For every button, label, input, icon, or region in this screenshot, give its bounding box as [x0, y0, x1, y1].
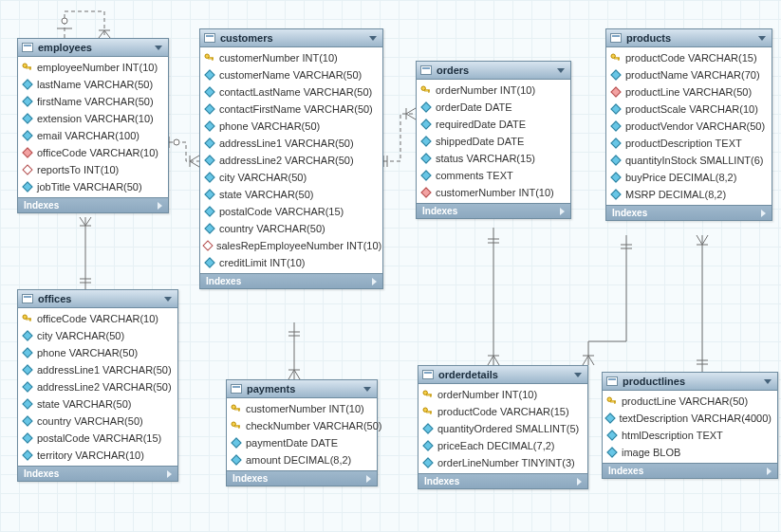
expand-icon[interactable]: [767, 468, 772, 475]
column-row[interactable]: phone VARCHAR(50): [18, 344, 177, 361]
table-header[interactable]: customers: [200, 29, 382, 47]
indexes-footer[interactable]: Indexes: [603, 463, 777, 478]
column-row[interactable]: country VARCHAR(50): [200, 220, 382, 237]
column-row[interactable]: image BLOB: [603, 444, 777, 461]
column-row[interactable]: amount DECIMAL(8,2): [227, 451, 377, 468]
column-row[interactable]: country VARCHAR(50): [18, 413, 177, 430]
table-header[interactable]: payments: [227, 380, 377, 398]
column-row[interactable]: employeeNumber INT(10): [18, 59, 168, 76]
column-row[interactable]: firstName VARCHAR(50): [18, 93, 168, 110]
column-row[interactable]: postalCode VARCHAR(15): [18, 430, 177, 447]
collapse-icon[interactable]: [557, 68, 565, 73]
collapse-icon[interactable]: [363, 387, 371, 392]
column-row[interactable]: orderNumber INT(10): [418, 386, 587, 403]
column-row[interactable]: state VARCHAR(50): [200, 186, 382, 203]
collapse-icon[interactable]: [574, 373, 582, 377]
column-row[interactable]: priceEach DECIMAL(7,2): [418, 437, 587, 454]
column-row[interactable]: extension VARCHAR(10): [18, 110, 168, 127]
column-row[interactable]: paymentDate DATE: [227, 434, 377, 451]
table-header[interactable]: orders: [417, 62, 570, 80]
column-label: lastName VARCHAR(50): [37, 78, 153, 91]
column-row[interactable]: salesRepEmployeeNumber INT(10): [200, 237, 382, 254]
collapse-icon[interactable]: [369, 36, 377, 41]
expand-icon[interactable]: [560, 208, 565, 215]
table-header[interactable]: orderdetails: [418, 366, 587, 384]
column-row[interactable]: lastName VARCHAR(50): [18, 76, 168, 93]
column-row[interactable]: productVendor VARCHAR(50): [606, 118, 772, 135]
column-row[interactable]: orderDate DATE: [417, 99, 570, 116]
column-row[interactable]: productName VARCHAR(70): [606, 66, 772, 83]
expand-icon[interactable]: [158, 202, 162, 210]
column-row[interactable]: state VARCHAR(50): [18, 395, 177, 413]
indexes-footer[interactable]: Indexes: [606, 205, 772, 220]
table-header[interactable]: productlines: [603, 373, 777, 391]
column-row[interactable]: quantityInStock SMALLINT(6): [606, 152, 772, 169]
column-row[interactable]: orderLineNumber TINYINT(3): [418, 454, 587, 471]
table-header[interactable]: products: [606, 29, 772, 47]
table-productlines[interactable]: productlines productLine VARCHAR(50) tex…: [602, 372, 778, 479]
column-row[interactable]: reportsTo INT(10): [18, 161, 168, 178]
collapse-icon[interactable]: [758, 36, 766, 41]
column-row[interactable]: shippedDate DATE: [417, 133, 570, 150]
column-row[interactable]: officeCode VARCHAR(10): [18, 144, 168, 161]
table-customers[interactable]: customers customerNumber INT(10) custome…: [199, 28, 383, 289]
column-row[interactable]: productCode VARCHAR(15): [606, 49, 772, 66]
column-row[interactable]: orderNumber INT(10): [417, 82, 570, 99]
column-row[interactable]: addressLine1 VARCHAR(50): [18, 361, 177, 378]
table-payments[interactable]: payments customerNumber INT(10) checkNum…: [226, 379, 378, 486]
column-row[interactable]: productLine VARCHAR(50): [606, 83, 772, 101]
column-row[interactable]: customerNumber INT(10): [417, 184, 570, 201]
column-row[interactable]: jobTitle VARCHAR(50): [18, 178, 168, 195]
expand-icon[interactable]: [577, 478, 582, 486]
column-row[interactable]: checkNumber VARCHAR(50): [227, 417, 377, 434]
column-row[interactable]: customerName VARCHAR(50): [200, 66, 382, 83]
column-row[interactable]: buyPrice DECIMAL(8,2): [606, 169, 772, 186]
column-row[interactable]: postalCode VARCHAR(15): [200, 203, 382, 220]
column-row[interactable]: creditLimit INT(10): [200, 254, 382, 271]
column-row[interactable]: requiredDate DATE: [417, 116, 570, 133]
table-employees[interactable]: employees employeeNumber INT(10) lastNam…: [17, 38, 169, 213]
indexes-footer[interactable]: Indexes: [18, 197, 168, 212]
column-row[interactable]: productLine VARCHAR(50): [603, 393, 777, 410]
table-products[interactable]: products productCode VARCHAR(15) product…: [605, 28, 772, 221]
indexes-footer[interactable]: Indexes: [227, 470, 377, 486]
table-orders[interactable]: orders orderNumber INT(10) orderDate DAT…: [416, 61, 571, 219]
table-header[interactable]: offices: [18, 290, 177, 308]
column-row[interactable]: MSRP DECIMAL(8,2): [606, 186, 772, 203]
collapse-icon[interactable]: [155, 46, 162, 50]
column-row[interactable]: productCode VARCHAR(15): [418, 403, 587, 420]
indexes-footer[interactable]: Indexes: [418, 473, 587, 488]
column-row[interactable]: city VARCHAR(50): [200, 169, 382, 186]
column-row[interactable]: email VARCHAR(100): [18, 127, 168, 144]
column-row[interactable]: quantityOrdered SMALLINT(5): [418, 420, 587, 437]
indexes-footer[interactable]: Indexes: [417, 203, 570, 218]
collapse-icon[interactable]: [764, 379, 772, 384]
column-row[interactable]: contactFirstName VARCHAR(50): [200, 101, 382, 118]
column-row[interactable]: city VARCHAR(50): [18, 327, 177, 344]
column-row[interactable]: textDescription VARCHAR(4000): [603, 410, 777, 427]
column-row[interactable]: addressLine1 VARCHAR(50): [200, 135, 382, 152]
column-row[interactable]: phone VARCHAR(50): [200, 118, 382, 135]
column-row[interactable]: addressLine2 VARCHAR(50): [200, 152, 382, 169]
table-header[interactable]: employees: [18, 39, 168, 57]
column-row[interactable]: officeCode VARCHAR(10): [18, 310, 177, 327]
table-orderdetails[interactable]: orderdetails orderNumber INT(10) product…: [418, 365, 588, 489]
column-row[interactable]: contactLastName VARCHAR(50): [200, 83, 382, 101]
column-row[interactable]: addressLine2 VARCHAR(50): [18, 378, 177, 395]
column-row[interactable]: productScale VARCHAR(10): [606, 101, 772, 118]
table-offices[interactable]: offices officeCode VARCHAR(10) city VARC…: [17, 289, 178, 482]
column-row[interactable]: customerNumber INT(10): [227, 400, 377, 417]
collapse-icon[interactable]: [164, 297, 172, 302]
expand-icon[interactable]: [167, 470, 172, 478]
column-row[interactable]: productDescription TEXT: [606, 135, 772, 152]
expand-icon[interactable]: [761, 210, 766, 217]
expand-icon[interactable]: [372, 278, 377, 285]
indexes-footer[interactable]: Indexes: [18, 466, 177, 481]
column-row[interactable]: territory VARCHAR(10): [18, 447, 177, 464]
column-row[interactable]: status VARCHAR(15): [417, 150, 570, 167]
column-row[interactable]: customerNumber INT(10): [200, 49, 382, 66]
indexes-footer[interactable]: Indexes: [200, 273, 382, 288]
column-row[interactable]: htmlDescription TEXT: [603, 427, 777, 444]
expand-icon[interactable]: [366, 475, 371, 483]
column-row[interactable]: comments TEXT: [417, 167, 570, 184]
